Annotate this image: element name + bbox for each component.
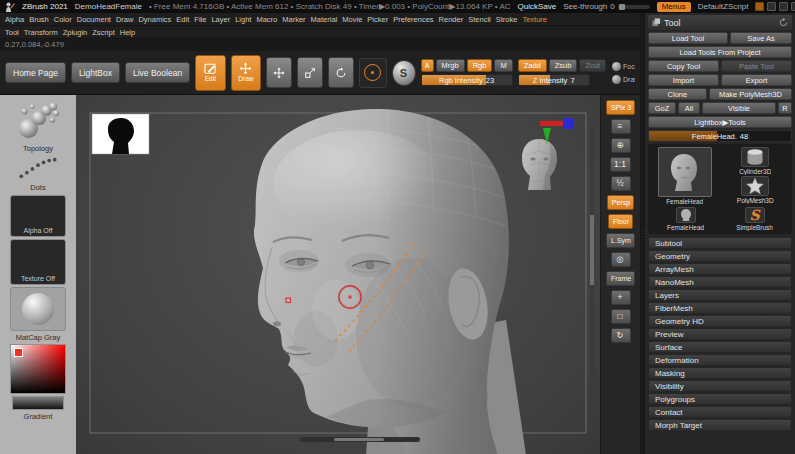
goz-all-button[interactable]: All (678, 102, 700, 114)
menu-item[interactable]: Stroke (496, 15, 518, 24)
goz-r-button[interactable]: R (778, 102, 792, 114)
menu-item[interactable]: Render (439, 15, 464, 24)
help-icon[interactable] (791, 2, 795, 11)
anchor-button[interactable]: A (421, 59, 434, 72)
menu-item[interactable]: Texture (522, 15, 547, 24)
menu-item[interactable]: Edit (176, 15, 189, 24)
live-boolean-button[interactable]: Live Boolean (125, 62, 190, 83)
menu-item[interactable]: Zscript (92, 28, 115, 37)
current-stroke-thumbnail[interactable] (16, 155, 60, 181)
import-button[interactable]: Import (648, 74, 719, 86)
tool-thumbnail-cylinder3d[interactable] (741, 147, 769, 167)
material-thumbnail[interactable] (10, 287, 66, 331)
tool-thumbnail-simplebrush[interactable]: S (745, 207, 765, 223)
edit-mode-button[interactable]: Edit (195, 55, 225, 91)
rgb-button[interactable]: Rgb (467, 59, 493, 72)
rgb-intensity-slider[interactable]: Rgb Intensity 23 (421, 74, 513, 86)
menu-item[interactable]: Layer (211, 15, 230, 24)
goz-visible-button[interactable]: Visible (702, 102, 776, 114)
zcut-button[interactable]: Zcut (579, 59, 606, 72)
menu-item[interactable]: Stencil (468, 15, 491, 24)
tool-subpalette-header[interactable]: Deformation (648, 354, 792, 366)
menu-item[interactable]: Zplugin (63, 28, 88, 37)
tool-thumbnail-polymesh3d[interactable] (741, 176, 769, 196)
copy-tool-button[interactable]: Copy Tool (648, 60, 719, 72)
aa-half-icon[interactable]: ½ (611, 176, 631, 191)
tool-subpalette-header[interactable]: FiberMesh (648, 302, 792, 314)
frame-mesh-icon[interactable]: Frame (606, 271, 635, 286)
tool-subpalette-header[interactable]: Visibility (648, 380, 792, 392)
save-as-button[interactable]: Save As (730, 32, 792, 44)
mrgb-button[interactable]: Mrgb (436, 59, 465, 72)
stroke-preview-button[interactable] (359, 58, 387, 88)
menu-item[interactable]: Transform (24, 28, 58, 37)
clone-button[interactable]: Clone (648, 88, 707, 100)
goz-button[interactable]: GoZ (648, 102, 676, 114)
tool-subpalette-header[interactable]: Morph Target (648, 419, 792, 431)
focal-shift-slider[interactable]: Focal (612, 62, 635, 71)
home-page-button[interactable]: Home Page (5, 62, 66, 83)
ui-config-icon[interactable] (767, 2, 776, 11)
draw-mode-button[interactable]: Draw (231, 55, 261, 91)
tool-subpalette-header[interactable]: Layers (648, 289, 792, 301)
load-tool-button[interactable]: Load Tool (648, 32, 728, 44)
tool-subpalette-header[interactable]: Surface (648, 341, 792, 353)
export-button[interactable]: Export (721, 74, 792, 86)
z-intensity-slider[interactable]: Z Intensity 7 (518, 74, 590, 86)
menu-item[interactable]: File (194, 15, 206, 24)
floor-grid-toggle[interactable]: Floor (608, 214, 633, 229)
zoom-canvas-icon[interactable]: ⊕ (611, 138, 631, 153)
paste-tool-button[interactable]: Paste Tool (721, 60, 792, 72)
menu-item[interactable]: Marker (282, 15, 305, 24)
scale-mode-button[interactable] (297, 57, 323, 88)
see-through-handle[interactable] (619, 4, 625, 10)
gradient-color-swatch[interactable] (12, 396, 64, 410)
zadd-button[interactable]: Zadd (518, 59, 547, 72)
tool-subpalette-header[interactable]: Polygroups (648, 393, 792, 405)
tool-subpalette-header[interactable]: ArrayMesh (648, 263, 792, 275)
sculptris-pro-button[interactable]: S (392, 60, 416, 86)
solo-mode-icon[interactable]: ◎ (611, 252, 631, 267)
sculpt-canvas[interactable] (76, 95, 600, 454)
see-through-track[interactable] (618, 5, 650, 9)
move-canvas-icon[interactable]: + (611, 290, 631, 305)
window-layout-icon[interactable] (779, 2, 788, 11)
menus-toggle[interactable]: Menus (657, 2, 691, 12)
menu-item[interactable]: Picker (367, 15, 388, 24)
tool-subpalette-header[interactable]: Geometry (648, 250, 792, 262)
spix-slider[interactable]: SPix 3 (606, 100, 635, 115)
zsub-button[interactable]: Zsub (549, 59, 578, 72)
rotate-canvas-icon[interactable]: ↻ (611, 328, 631, 343)
color-picker[interactable] (10, 344, 66, 394)
texture-thumbnail[interactable]: Texture Off (10, 239, 66, 285)
menu-item[interactable]: Macro (256, 15, 277, 24)
see-through-slider[interactable]: See-through 0 (563, 2, 649, 11)
scroll-canvas-icon[interactable]: ≡ (611, 119, 631, 134)
silhouette-thumbnail[interactable] (92, 114, 149, 154)
actual-size-icon[interactable]: 1:1 (610, 157, 631, 172)
menu-item[interactable]: Material (311, 15, 338, 24)
menu-item[interactable]: Alpha (5, 15, 24, 24)
tool-subpalette-header[interactable]: NanoMesh (648, 276, 792, 288)
menu-item[interactable]: Dynamics (138, 15, 171, 24)
menu-item[interactable]: Tool (5, 28, 19, 37)
restore-configuration-icon[interactable] (779, 18, 788, 27)
make-polymesh3d-button[interactable]: Make PolyMesh3D (709, 88, 792, 100)
draw-size-slider[interactable]: Draw (612, 75, 635, 84)
move-mode-button[interactable] (266, 57, 292, 88)
menu-item[interactable]: Draw (116, 15, 134, 24)
scale-canvas-icon[interactable]: □ (611, 309, 631, 324)
tool-subpalette-header[interactable]: Contact (648, 406, 792, 418)
tool-subpalette-header[interactable]: Geometry HD (648, 315, 792, 327)
menu-item[interactable]: Color (54, 15, 72, 24)
tool-subpalette-header[interactable]: Preview (648, 328, 792, 340)
local-symmetry-toggle[interactable]: L.Sym (606, 233, 635, 248)
quicksave-button[interactable]: QuickSave (518, 2, 557, 11)
tool-subpalette-header[interactable]: Masking (648, 367, 792, 379)
tool-subpalette-header[interactable]: Subtool (648, 237, 792, 249)
menu-item[interactable]: Movie (342, 15, 362, 24)
menu-item[interactable]: Document (77, 15, 111, 24)
menu-item[interactable]: Preferences (393, 15, 433, 24)
perspective-toggle[interactable]: Persp (607, 195, 634, 210)
current-color-swatch[interactable] (14, 348, 23, 357)
